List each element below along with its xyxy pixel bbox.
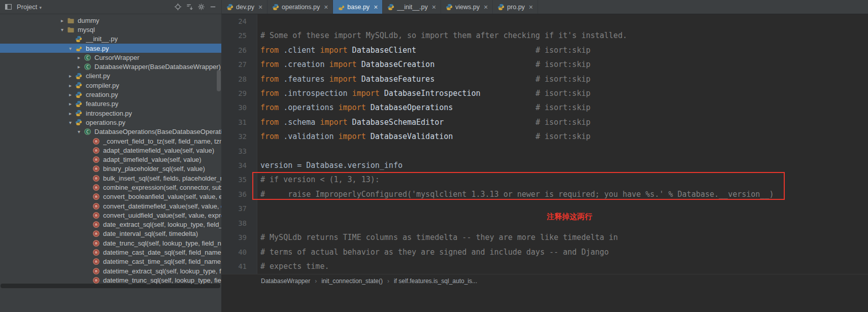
line-number[interactable]: 36 (221, 187, 257, 201)
tree-expand-right-icon[interactable]: ▸ (58, 18, 66, 23)
breadcrumb-item[interactable]: if self.features.is_sql_auto_is... (394, 278, 477, 285)
tab-close-icon[interactable]: × (374, 4, 378, 11)
tree-item-convert_booleanfield_value[interactable]: mconvert_booleanfield_value(self, value,… (0, 192, 221, 201)
tab-close-icon[interactable]: × (258, 4, 262, 11)
line-number[interactable]: 37 (221, 201, 257, 216)
tree-item-features.py[interactable]: ▸features.py (0, 99, 221, 109)
chevron-down-icon[interactable]: ▾ (39, 5, 42, 10)
code-line-29[interactable]: 29from .introspection import DatabaseInt… (221, 86, 868, 100)
line-number[interactable]: 39 (221, 230, 257, 245)
tree-item-mysql[interactable]: ▾mysql (0, 25, 221, 34)
tree-expand-down-icon[interactable]: ▾ (66, 120, 75, 125)
tree-expand-down-icon[interactable]: ▾ (58, 27, 66, 32)
tree-item-date_extract_sql[interactable]: mdate_extract_sql(self, lookup_type, fie… (0, 220, 221, 229)
line-number[interactable]: 35 (221, 172, 257, 187)
hide-panel-icon[interactable] (207, 1, 219, 13)
line-number[interactable]: 29 (221, 86, 257, 100)
line-number[interactable]: 32 (221, 129, 257, 144)
tab-close-icon[interactable]: × (432, 4, 436, 11)
line-number[interactable]: 27 (221, 57, 257, 72)
tree-expand-right-icon[interactable]: ▸ (75, 55, 83, 60)
line-number[interactable]: 30 (221, 100, 257, 115)
tree-expand-down-icon[interactable]: ▾ (66, 46, 75, 51)
line-number[interactable]: 38 (221, 216, 257, 230)
tree-item-__init__.py[interactable]: __init__.py (0, 34, 221, 44)
line-number[interactable]: 41 (221, 259, 257, 273)
code-line-41[interactable]: 41# expects time. (221, 259, 868, 273)
tree-item-datetime_cast_date_sql[interactable]: mdatetime_cast_date_sql(self, field_name… (0, 248, 221, 257)
code-line-26[interactable]: 26from .client import DatabaseClient # i… (221, 43, 868, 57)
code-line-38[interactable]: 38 (221, 216, 868, 230)
locate-file-icon[interactable] (172, 1, 184, 13)
project-panel-title[interactable]: Project (17, 3, 37, 11)
horizontal-scrollbar[interactable] (1, 284, 220, 288)
code-line-27[interactable]: 27from .creation import DatabaseCreation… (221, 57, 868, 72)
tree-item-date_interval_sql[interactable]: mdate_interval_sql(self, timedelta) (0, 229, 221, 238)
line-number[interactable]: 28 (221, 72, 257, 86)
tree-item-adapt_timefield_value[interactable]: madapt_timefield_value(self, value) (0, 155, 221, 164)
tree-item-combine_expression[interactable]: mcombine_expression(self, connector, sub… (0, 183, 221, 192)
code-line-39[interactable]: 39# MySQLdb returns TIME columns as time… (221, 230, 868, 245)
editor-tab-operations.py[interactable]: operations.py× (268, 0, 333, 14)
tab-close-icon[interactable]: × (324, 4, 328, 11)
line-number[interactable]: 24 (221, 14, 257, 28)
tree-expand-down-icon[interactable]: ▾ (75, 129, 83, 134)
editor-tab-base.py[interactable]: base.py× (333, 0, 383, 14)
code-line-35[interactable]: 35# if version < (1, 3, 13): (221, 172, 868, 187)
project-tool-window-icon[interactable] (3, 1, 14, 13)
tree-item-convert_uuidfield_value[interactable]: mconvert_uuidfield_value(self, value, ex… (0, 211, 221, 220)
code-line-25[interactable]: 25# Some of these import MySQLdb, so imp… (221, 28, 868, 43)
tree-expand-right-icon[interactable]: ▸ (66, 111, 75, 116)
tab-close-icon[interactable]: × (529, 4, 533, 11)
settings-gear-icon[interactable] (195, 1, 207, 13)
code-line-40[interactable]: 40# terms of actual behavior as they are… (221, 245, 868, 259)
tree-item-binary_placeholder_sql[interactable]: mbinary_placeholder_sql(self, value) (0, 164, 221, 174)
code-line-37[interactable]: 37 (221, 201, 868, 216)
tree-item-CursorWrapper[interactable]: ▸CCursorWrapper (0, 53, 221, 62)
tree-item-DatabaseWrapper[interactable]: ▸CDatabaseWrapper(BaseDatabaseWrapper) (0, 62, 221, 71)
code-line-30[interactable]: 30from .operations import DatabaseOperat… (221, 100, 868, 115)
tree-expand-right-icon[interactable]: ▸ (66, 101, 75, 107)
tree-item-introspection.py[interactable]: ▸introspection.py (0, 109, 221, 118)
line-number[interactable]: 34 (221, 158, 257, 172)
tree-item-DatabaseOperations[interactable]: ▾CDatabaseOperations(BaseDatabaseOperati… (0, 127, 221, 136)
tree-item-date_trunc_sql[interactable]: mdate_trunc_sql(self, lookup_type, field… (0, 238, 221, 248)
line-number[interactable]: 25 (221, 28, 257, 43)
tree-item-_convert_field_to_tz[interactable]: m_convert_field_to_tz(self, field_name, … (0, 136, 221, 146)
tree-expand-right-icon[interactable]: ▸ (66, 73, 75, 79)
tree-item-datetime_cast_time_sql[interactable]: mdatetime_cast_time_sql(self, field_name… (0, 257, 221, 266)
tree-expand-right-icon[interactable]: ▸ (66, 92, 75, 97)
editor-tab-pro.py[interactable]: pro.py× (493, 0, 538, 14)
tree-expand-right-icon[interactable]: ▸ (75, 64, 83, 70)
line-number[interactable]: 33 (221, 144, 257, 158)
tree-expand-right-icon[interactable]: ▸ (66, 83, 75, 88)
editor-tab-views.py[interactable]: views.py× (441, 0, 493, 14)
tree-item-adapt_datetimefield_value[interactable]: madapt_datetimefield_value(self, value) (0, 146, 221, 155)
editor-tab-dev.py[interactable]: dev.py× (222, 0, 268, 14)
tree-item-compiler.py[interactable]: ▸compiler.py (0, 81, 221, 90)
code-line-34[interactable]: 34version = Database.version_info (221, 158, 868, 172)
tree-item-datetime_extract_sql[interactable]: mdatetime_extract_sql(self, lookup_type,… (0, 266, 221, 275)
code-line-24[interactable]: 24 (221, 14, 868, 28)
line-number[interactable]: 31 (221, 115, 257, 129)
breadcrumb-item[interactable]: DatabaseWrapper (261, 278, 310, 285)
line-number[interactable]: 26 (221, 43, 257, 57)
tree-item-convert_datetimefield_value[interactable]: mconvert_datetimefield_value(self, value… (0, 201, 221, 211)
tree-item-client.py[interactable]: ▸client.py (0, 72, 221, 81)
code-line-32[interactable]: 32from .validation import DatabaseValida… (221, 129, 868, 144)
tree-item-creation.py[interactable]: ▸creation.py (0, 90, 221, 99)
tree-item-operations.py[interactable]: ▾operations.py (0, 118, 221, 127)
collapse-all-icon[interactable] (184, 1, 195, 13)
vertical-scrollbar-thumb[interactable] (217, 70, 221, 91)
line-number[interactable]: 40 (221, 245, 257, 259)
code-area[interactable]: 2425# Some of these import MySQLdb, so i… (221, 14, 868, 274)
code-line-36[interactable]: 36# raise ImproperlyConfigured('mysqlcli… (221, 187, 868, 201)
tree-item-bulk_insert_sql[interactable]: mbulk_insert_sql(self, fields, placehold… (0, 174, 221, 183)
editor-tab-__init__.py[interactable]: __init__.py× (383, 0, 441, 14)
code-line-33[interactable]: 33 (221, 144, 868, 158)
breadcrumb-item[interactable]: init_connection_state() (321, 278, 383, 285)
tree-item-dummy[interactable]: ▸dummy (0, 16, 221, 25)
code-line-28[interactable]: 28from .features import DatabaseFeatures… (221, 72, 868, 86)
tab-close-icon[interactable]: × (484, 4, 488, 11)
code-line-31[interactable]: 31from .schema import DatabaseSchemaEdit… (221, 115, 868, 129)
